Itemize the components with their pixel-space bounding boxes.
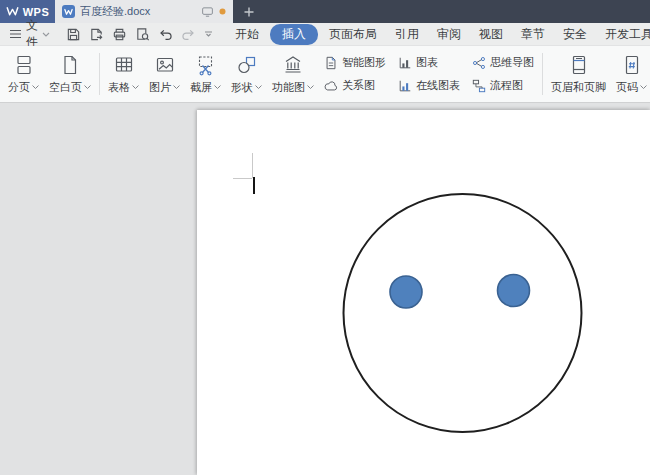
mind-map-label: 思维导图: [490, 55, 534, 70]
page-number-button[interactable]: 页码: [611, 52, 650, 97]
shapes-button[interactable]: 形状: [226, 52, 267, 97]
document-page[interactable]: [197, 110, 650, 475]
tab-dev-tools[interactable]: 开发工具: [596, 24, 650, 45]
screenshot-label: 截屏: [190, 80, 212, 95]
function-diagram-icon: [282, 54, 304, 76]
tab-review[interactable]: 审阅: [428, 24, 470, 45]
smart-graphics-icon: [324, 56, 338, 70]
tab-references[interactable]: 引用: [386, 24, 428, 45]
flowchart-label: 流程图: [490, 78, 523, 93]
flowchart-icon: [472, 79, 486, 93]
smart-graphics-button[interactable]: 智能图形: [324, 51, 386, 74]
menubar: 文件 开始 插入 页面布局 引用 审阅 视图: [0, 23, 650, 46]
print-icon[interactable]: [112, 27, 127, 42]
tab-section[interactable]: 章节: [512, 24, 554, 45]
chart-button[interactable]: 图表: [398, 51, 460, 74]
header-footer-button[interactable]: 页眉和页脚: [546, 52, 611, 97]
right-eye-shape[interactable]: [498, 275, 530, 307]
page-break-button[interactable]: 分页: [3, 52, 44, 97]
titlebar: WPS 百度经验.docx: [0, 0, 650, 23]
relation-diagram-icon: [324, 79, 338, 93]
picture-label: 图片: [149, 80, 171, 95]
document-tab[interactable]: 百度经验.docx: [55, 0, 233, 23]
monitor-icon[interactable]: [201, 5, 214, 18]
quick-access-toolbar: [57, 27, 222, 42]
picture-button[interactable]: 图片: [144, 52, 185, 97]
blank-page-label: 空白页: [49, 80, 82, 95]
function-diagram-button[interactable]: 功能图: [267, 52, 319, 97]
table-button[interactable]: 表格: [103, 52, 144, 97]
page-break-icon: [13, 54, 35, 76]
page-break-label: 分页: [8, 80, 30, 95]
blank-page-button[interactable]: 空白页: [44, 52, 96, 97]
blank-page-icon: [59, 54, 81, 76]
menu-tabs: 开始 插入 页面布局 引用 审阅 视图 章节 安全 开发工具 特色应用 文档助手: [226, 24, 650, 45]
relation-diagram-button[interactable]: 关系图: [324, 74, 386, 97]
customize-toolbar-icon[interactable]: [204, 31, 213, 37]
left-eye-shape[interactable]: [390, 276, 422, 308]
mind-map-button[interactable]: 思维导图: [472, 51, 534, 74]
tab-page-layout[interactable]: 页面布局: [320, 24, 386, 45]
diagram-small-buttons: 智能图形 关系图 图表 在线图表 思维导图: [324, 51, 534, 97]
drawing-canvas: [197, 110, 650, 475]
new-tab-button[interactable]: [233, 0, 265, 23]
hamburger-icon: [9, 29, 22, 39]
tab-view[interactable]: 视图: [470, 24, 512, 45]
tab-insert[interactable]: 插入: [270, 24, 318, 45]
chevron-down-icon: [42, 32, 50, 37]
chart-icon: [398, 56, 412, 70]
page-number-icon: [621, 54, 643, 76]
ribbon-separator: [542, 53, 543, 95]
screenshot-icon: [195, 54, 217, 76]
print-preview-icon[interactable]: [135, 27, 150, 42]
face-outline-shape[interactable]: [344, 194, 582, 432]
online-chart-label: 在线图表: [416, 78, 460, 93]
document-workspace: [0, 103, 650, 475]
mind-map-icon: [472, 56, 486, 70]
page-number-label: 页码: [616, 80, 638, 95]
shapes-label: 形状: [231, 80, 253, 95]
tab-security[interactable]: 安全: [554, 24, 596, 45]
tab-home[interactable]: 开始: [226, 24, 268, 45]
save-icon[interactable]: [66, 27, 81, 42]
table-icon: [113, 54, 135, 76]
table-label: 表格: [108, 80, 130, 95]
ribbon-separator: [99, 53, 100, 95]
header-footer-label: 页眉和页脚: [551, 80, 606, 95]
flowchart-button[interactable]: 流程图: [472, 74, 534, 97]
document-tab-title: 百度经验.docx: [80, 4, 196, 19]
ribbon-insert: 分页 空白页 表格 图片 截屏 形状 功能图: [0, 46, 650, 103]
status-dot-icon: [219, 8, 226, 15]
function-diagram-label: 功能图: [272, 80, 305, 95]
undo-icon[interactable]: [158, 27, 173, 42]
online-chart-icon: [398, 79, 412, 93]
wps-logo-icon: [6, 6, 19, 17]
export-pdf-icon[interactable]: [89, 27, 104, 42]
online-chart-button[interactable]: 在线图表: [398, 74, 460, 97]
document-icon: [62, 5, 75, 18]
relation-diagram-label: 关系图: [342, 78, 375, 93]
header-footer-icon: [568, 54, 590, 76]
shapes-icon: [236, 54, 258, 76]
wps-logo-text: WPS: [23, 6, 50, 18]
screenshot-button[interactable]: 截屏: [185, 52, 226, 97]
chart-label: 图表: [416, 55, 438, 70]
picture-icon: [154, 54, 176, 76]
smart-graphics-label: 智能图形: [342, 55, 386, 70]
redo-icon[interactable]: [181, 27, 196, 42]
